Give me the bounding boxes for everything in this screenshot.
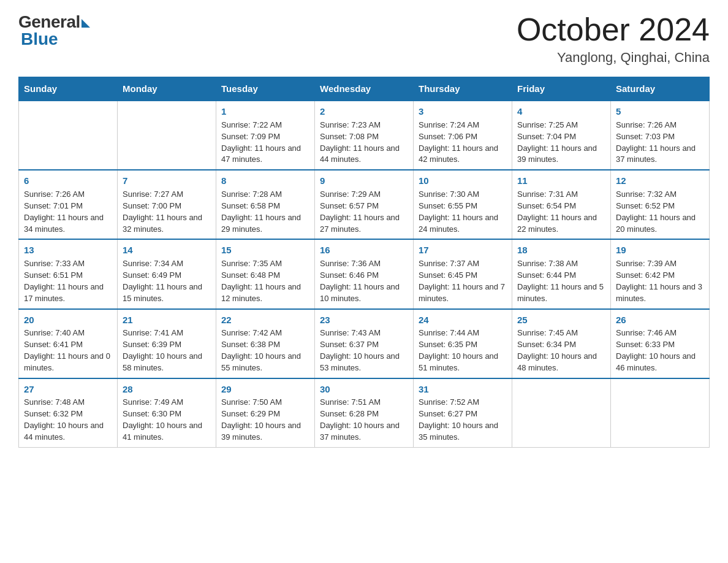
day-number: 11 xyxy=(517,174,605,188)
day-number: 26 xyxy=(616,313,704,327)
calendar-day-cell: 1Sunrise: 7:22 AMSunset: 7:09 PMDaylight… xyxy=(216,101,315,170)
days-of-week-row: SundayMondayTuesdayWednesdayThursdayFrid… xyxy=(19,77,710,101)
calendar-table: SundayMondayTuesdayWednesdayThursdayFrid… xyxy=(18,77,710,448)
calendar-day-cell: 10Sunrise: 7:30 AMSunset: 6:55 PMDayligh… xyxy=(414,170,512,239)
calendar-day-cell: 9Sunrise: 7:29 AMSunset: 6:57 PMDaylight… xyxy=(315,170,414,239)
day-info: Sunrise: 7:52 AMSunset: 6:27 PMDaylight:… xyxy=(419,397,507,443)
calendar-day-cell: 6Sunrise: 7:26 AMSunset: 7:01 PMDaylight… xyxy=(19,170,118,239)
calendar-week-row: 13Sunrise: 7:33 AMSunset: 6:51 PMDayligh… xyxy=(19,239,710,308)
day-number: 8 xyxy=(221,174,309,188)
calendar-day-cell: 16Sunrise: 7:36 AMSunset: 6:46 PMDayligh… xyxy=(315,239,414,308)
day-info: Sunrise: 7:26 AMSunset: 7:03 PMDaylight:… xyxy=(616,120,704,166)
day-info: Sunrise: 7:23 AMSunset: 7:08 PMDaylight:… xyxy=(320,120,408,166)
calendar-day-cell xyxy=(512,378,611,448)
day-number: 3 xyxy=(419,105,507,118)
calendar-day-cell: 23Sunrise: 7:43 AMSunset: 6:37 PMDayligh… xyxy=(315,309,414,378)
day-info: Sunrise: 7:40 AMSunset: 6:41 PMDaylight:… xyxy=(24,327,112,373)
day-number: 27 xyxy=(24,383,112,396)
calendar-day-cell xyxy=(118,101,216,170)
day-info: Sunrise: 7:48 AMSunset: 6:32 PMDaylight:… xyxy=(24,397,112,443)
calendar-day-cell: 31Sunrise: 7:52 AMSunset: 6:27 PMDayligh… xyxy=(414,378,512,448)
day-info: Sunrise: 7:27 AMSunset: 7:00 PMDaylight:… xyxy=(123,189,211,235)
day-number: 15 xyxy=(221,243,309,257)
day-number: 28 xyxy=(123,383,211,396)
page-header: General Blue October 2024 Yanglong, Qing… xyxy=(18,12,710,66)
day-info: Sunrise: 7:24 AMSunset: 7:06 PMDaylight:… xyxy=(419,120,507,166)
day-number: 4 xyxy=(517,105,605,118)
day-number: 6 xyxy=(24,174,112,188)
day-info: Sunrise: 7:49 AMSunset: 6:30 PMDaylight:… xyxy=(123,397,211,443)
calendar-day-cell: 27Sunrise: 7:48 AMSunset: 6:32 PMDayligh… xyxy=(19,378,118,448)
day-number: 19 xyxy=(616,243,704,257)
calendar-day-cell: 12Sunrise: 7:32 AMSunset: 6:52 PMDayligh… xyxy=(611,170,710,239)
day-of-week-header: Tuesday xyxy=(216,77,315,101)
calendar-week-row: 27Sunrise: 7:48 AMSunset: 6:32 PMDayligh… xyxy=(19,378,710,448)
calendar-day-cell: 25Sunrise: 7:45 AMSunset: 6:34 PMDayligh… xyxy=(512,309,611,378)
title-block: October 2024 Yanglong, Qinghai, China xyxy=(517,12,710,66)
day-number: 5 xyxy=(616,105,704,118)
calendar-day-cell: 17Sunrise: 7:37 AMSunset: 6:45 PMDayligh… xyxy=(414,239,512,308)
day-info: Sunrise: 7:42 AMSunset: 6:38 PMDaylight:… xyxy=(221,327,309,373)
calendar-day-cell: 7Sunrise: 7:27 AMSunset: 7:00 PMDaylight… xyxy=(118,170,216,239)
day-info: Sunrise: 7:28 AMSunset: 6:58 PMDaylight:… xyxy=(221,189,309,235)
day-number: 20 xyxy=(24,313,112,327)
day-info: Sunrise: 7:31 AMSunset: 6:54 PMDaylight:… xyxy=(517,189,605,235)
day-info: Sunrise: 7:36 AMSunset: 6:46 PMDaylight:… xyxy=(320,258,408,304)
calendar-day-cell: 20Sunrise: 7:40 AMSunset: 6:41 PMDayligh… xyxy=(19,309,118,378)
day-info: Sunrise: 7:33 AMSunset: 6:51 PMDaylight:… xyxy=(24,258,112,304)
calendar-day-cell xyxy=(611,378,710,448)
day-number: 13 xyxy=(24,243,112,257)
day-number: 10 xyxy=(419,174,507,188)
day-number: 30 xyxy=(320,383,408,396)
calendar-day-cell: 26Sunrise: 7:46 AMSunset: 6:33 PMDayligh… xyxy=(611,309,710,378)
location-title: Yanglong, Qinghai, China xyxy=(517,50,710,66)
day-number: 16 xyxy=(320,243,408,257)
day-info: Sunrise: 7:29 AMSunset: 6:57 PMDaylight:… xyxy=(320,189,408,235)
month-title: October 2024 xyxy=(517,12,710,47)
day-number: 23 xyxy=(320,313,408,327)
calendar-day-cell: 5Sunrise: 7:26 AMSunset: 7:03 PMDaylight… xyxy=(611,101,710,170)
day-info: Sunrise: 7:25 AMSunset: 7:04 PMDaylight:… xyxy=(517,120,605,166)
calendar-day-cell: 18Sunrise: 7:38 AMSunset: 6:44 PMDayligh… xyxy=(512,239,611,308)
day-of-week-header: Friday xyxy=(512,77,611,101)
calendar-day-cell: 29Sunrise: 7:50 AMSunset: 6:29 PMDayligh… xyxy=(216,378,315,448)
day-number: 29 xyxy=(221,383,309,396)
day-number: 18 xyxy=(517,243,605,257)
day-number: 12 xyxy=(616,174,704,188)
calendar-day-cell: 19Sunrise: 7:39 AMSunset: 6:42 PMDayligh… xyxy=(611,239,710,308)
day-info: Sunrise: 7:44 AMSunset: 6:35 PMDaylight:… xyxy=(419,327,507,373)
day-info: Sunrise: 7:43 AMSunset: 6:37 PMDaylight:… xyxy=(320,327,408,373)
day-number: 1 xyxy=(221,105,309,118)
calendar-day-cell: 28Sunrise: 7:49 AMSunset: 6:30 PMDayligh… xyxy=(118,378,216,448)
day-number: 9 xyxy=(320,174,408,188)
day-of-week-header: Sunday xyxy=(19,77,118,101)
logo-triangle-icon xyxy=(82,19,90,28)
calendar-week-row: 1Sunrise: 7:22 AMSunset: 7:09 PMDaylight… xyxy=(19,101,710,170)
calendar-day-cell: 4Sunrise: 7:25 AMSunset: 7:04 PMDaylight… xyxy=(512,101,611,170)
day-of-week-header: Saturday xyxy=(611,77,710,101)
calendar-header: SundayMondayTuesdayWednesdayThursdayFrid… xyxy=(19,77,710,101)
calendar-day-cell: 15Sunrise: 7:35 AMSunset: 6:48 PMDayligh… xyxy=(216,239,315,308)
calendar-day-cell: 14Sunrise: 7:34 AMSunset: 6:49 PMDayligh… xyxy=(118,239,216,308)
day-info: Sunrise: 7:37 AMSunset: 6:45 PMDaylight:… xyxy=(419,258,507,304)
calendar-week-row: 6Sunrise: 7:26 AMSunset: 7:01 PMDaylight… xyxy=(19,170,710,239)
calendar-day-cell: 8Sunrise: 7:28 AMSunset: 6:58 PMDaylight… xyxy=(216,170,315,239)
logo: General Blue xyxy=(18,12,90,49)
day-info: Sunrise: 7:22 AMSunset: 7:09 PMDaylight:… xyxy=(221,120,309,166)
calendar-day-cell xyxy=(19,101,118,170)
day-info: Sunrise: 7:45 AMSunset: 6:34 PMDaylight:… xyxy=(517,327,605,373)
day-info: Sunrise: 7:32 AMSunset: 6:52 PMDaylight:… xyxy=(616,189,704,235)
calendar-day-cell: 2Sunrise: 7:23 AMSunset: 7:08 PMDaylight… xyxy=(315,101,414,170)
calendar-day-cell: 24Sunrise: 7:44 AMSunset: 6:35 PMDayligh… xyxy=(414,309,512,378)
day-info: Sunrise: 7:30 AMSunset: 6:55 PMDaylight:… xyxy=(419,189,507,235)
calendar-day-cell: 3Sunrise: 7:24 AMSunset: 7:06 PMDaylight… xyxy=(414,101,512,170)
day-of-week-header: Wednesday xyxy=(315,77,414,101)
logo-blue-text: Blue xyxy=(21,29,58,49)
calendar-week-row: 20Sunrise: 7:40 AMSunset: 6:41 PMDayligh… xyxy=(19,309,710,378)
day-number: 14 xyxy=(123,243,211,257)
day-info: Sunrise: 7:35 AMSunset: 6:48 PMDaylight:… xyxy=(221,258,309,304)
day-info: Sunrise: 7:50 AMSunset: 6:29 PMDaylight:… xyxy=(221,397,309,443)
day-number: 31 xyxy=(419,383,507,396)
day-info: Sunrise: 7:26 AMSunset: 7:01 PMDaylight:… xyxy=(24,189,112,235)
day-of-week-header: Monday xyxy=(118,77,216,101)
